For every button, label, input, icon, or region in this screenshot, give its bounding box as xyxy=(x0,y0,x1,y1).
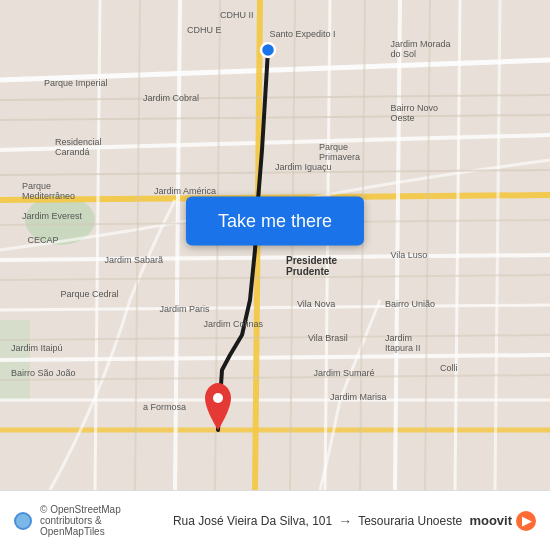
svg-point-30 xyxy=(261,43,275,57)
svg-point-31 xyxy=(213,393,223,403)
moovit-branding: moovit ▶ xyxy=(469,511,536,531)
osm-logo-icon xyxy=(14,512,32,530)
attribution-text: © OpenStreetMap contributors & OpenMapTi… xyxy=(40,504,166,537)
map-roads xyxy=(0,0,550,490)
map-container: CDHU E CDHU II Santo Expedito I Parque I… xyxy=(0,0,550,490)
moovit-arrow-icon: ▶ xyxy=(516,511,536,531)
take-me-there-button[interactable]: Take me there xyxy=(186,196,364,245)
attribution-section: © OpenStreetMap contributors & OpenMapTi… xyxy=(14,504,166,537)
svg-rect-0 xyxy=(0,0,550,490)
route-info: Rua José Vieira Da Silva, 101 → Tesourar… xyxy=(166,513,470,529)
route-to: Tesouraria Unoeste xyxy=(358,514,462,528)
info-bar: © OpenStreetMap contributors & OpenMapTi… xyxy=(0,490,550,550)
route-arrow-icon: → xyxy=(338,513,352,529)
route-from: Rua José Vieira Da Silva, 101 xyxy=(173,514,332,528)
moovit-logo-text: moovit xyxy=(469,513,512,528)
